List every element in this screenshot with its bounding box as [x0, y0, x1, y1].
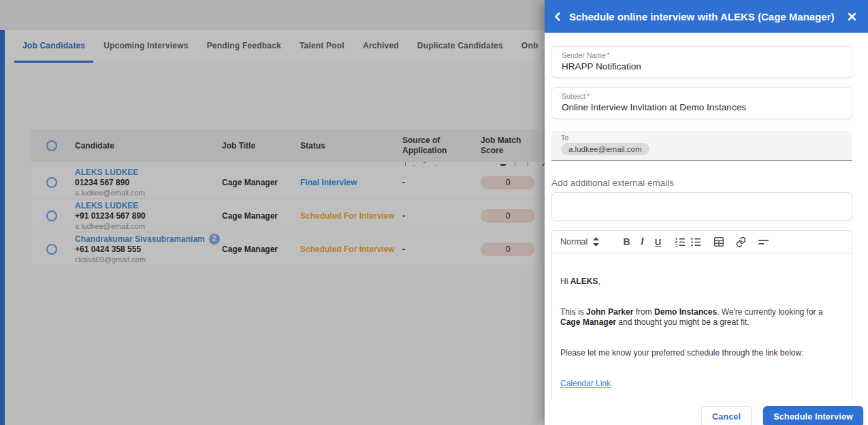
ordered-list-icon — [675, 236, 686, 248]
recipient-email-chip[interactable]: a.ludkee@email.com — [561, 143, 649, 155]
format-select-value: Normal — [560, 237, 588, 247]
insert-table-button[interactable] — [711, 234, 726, 250]
bold-text: Demo Instances — [654, 307, 717, 317]
plain-text: This is — [560, 307, 586, 317]
editor-toolbar: Normal B I U — [552, 231, 852, 253]
bullet-list-button[interactable] — [688, 234, 704, 250]
ordered-list-button[interactable] — [673, 234, 688, 250]
subject-value: Online Interview Invitation at Demo Inst… — [562, 101, 842, 114]
insert-link-button[interactable] — [733, 234, 749, 250]
table-icon — [713, 236, 724, 247]
additional-emails-input[interactable] — [551, 192, 852, 221]
bullet-list-icon — [690, 236, 702, 248]
email-paragraph: This is John Parker from Demo Instances.… — [560, 307, 843, 328]
email-body-text[interactable]: Hi ALEKS,This is John Parker from Demo I… — [552, 253, 852, 400]
additional-emails-label: Add additional external emails — [551, 178, 852, 188]
required-asterisk: * — [587, 92, 590, 100]
align-icon — [758, 236, 769, 248]
required-asterisk: * — [607, 51, 610, 59]
panel-footer: Cancel Schedule Interview — [545, 400, 868, 425]
schedule-interview-panel: Schedule online interview with ALEKS (Ca… — [545, 0, 868, 425]
plain-text: , — [598, 277, 600, 286]
sender-name-field[interactable]: Sender Name* HRAPP Notification — [551, 46, 852, 78]
panel-body: Sender Name* HRAPP Notification Subject*… — [551, 33, 852, 400]
subject-label: Subject — [562, 92, 585, 100]
back-button[interactable] — [553, 12, 563, 22]
sender-name-value: HRAPP Notification — [562, 61, 842, 73]
plain-text: from — [633, 307, 654, 317]
bold-button[interactable]: B — [619, 234, 634, 250]
close-button[interactable] — [847, 12, 857, 22]
plain-text: Hi — [560, 277, 570, 286]
calendar-link[interactable]: Calendar Link — [560, 379, 611, 388]
cancel-button[interactable]: Cancel — [701, 406, 752, 425]
sender-name-label: Sender Name — [562, 51, 606, 59]
bold-text: John Parker — [586, 307, 633, 317]
panel-title: Schedule online interview with ALEKS (Ca… — [569, 11, 841, 22]
link-icon — [735, 236, 747, 248]
italic-button[interactable]: I — [634, 234, 650, 250]
schedule-interview-button[interactable]: Schedule Interview — [763, 406, 863, 425]
to-label: To — [561, 133, 843, 142]
bold-text: ALEKS — [570, 277, 598, 286]
format-select[interactable]: Normal — [560, 237, 612, 247]
close-icon — [847, 12, 857, 22]
chevron-left-icon — [553, 12, 563, 22]
subject-field[interactable]: Subject* Online Interview Invitation at … — [551, 87, 852, 119]
updown-caret-icon — [593, 237, 599, 247]
plain-text: Please let me know your preferred schedu… — [560, 348, 804, 358]
plain-text: . We're currently looking for a — [717, 307, 822, 317]
plain-text: and thought you might be a great fit. — [616, 317, 749, 327]
panel-header: Schedule online interview with ALEKS (Ca… — [545, 0, 868, 33]
email-paragraph: Please let me know your preferred schedu… — [560, 348, 843, 358]
bold-text: Cage Manager — [560, 317, 616, 327]
email-body-editor: Normal B I U — [551, 230, 852, 400]
align-button[interactable] — [756, 234, 771, 250]
calendar-link-line: Calendar Link — [560, 379, 843, 389]
email-paragraph: Hi ALEKS, — [560, 277, 843, 287]
to-field[interactable]: To a.ludkee@email.com — [551, 131, 852, 161]
underline-button[interactable]: U — [650, 234, 666, 250]
